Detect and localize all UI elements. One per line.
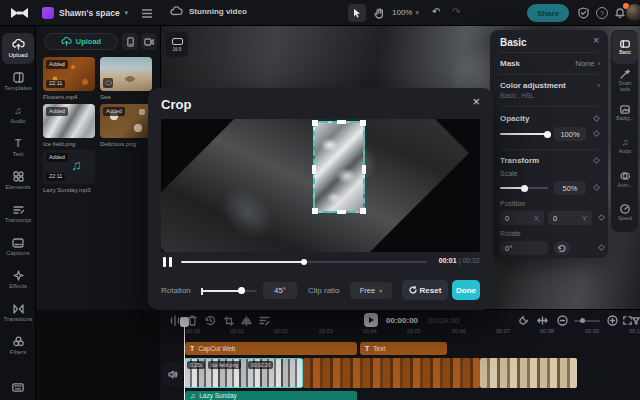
help-button[interactable]: ? bbox=[596, 7, 608, 19]
user-avatar[interactable] bbox=[626, 4, 640, 21]
crop-handle-top-left[interactable] bbox=[312, 120, 318, 126]
crop-handle-left[interactable] bbox=[312, 165, 316, 174]
zoom-level-dropdown[interactable]: 100% ▾ bbox=[392, 8, 419, 17]
crop-button[interactable] bbox=[222, 314, 235, 327]
crop-playback-slider[interactable] bbox=[181, 258, 427, 266]
opacity-keyframe-icon[interactable] bbox=[593, 115, 600, 122]
sidebar-item-transcript[interactable]: Transcript bbox=[0, 197, 36, 230]
mirror-button[interactable] bbox=[240, 314, 253, 327]
phone-transfer-button[interactable] bbox=[122, 33, 138, 50]
crop-preview-stage[interactable] bbox=[161, 119, 480, 252]
hand-tool-button[interactable] bbox=[370, 4, 388, 22]
reverse-button[interactable] bbox=[204, 314, 217, 327]
music-note-icon: ♫ bbox=[71, 157, 82, 173]
opacity-value-box[interactable]: 100% bbox=[554, 127, 586, 141]
sidebar-item-effects[interactable]: Effects bbox=[0, 263, 36, 296]
upload-button-label: Upload bbox=[76, 37, 101, 46]
scale-slider[interactable] bbox=[500, 185, 548, 192]
close-icon[interactable]: × bbox=[593, 35, 599, 46]
opacity-value-keyframe-icon[interactable] bbox=[593, 130, 600, 137]
tab-background[interactable]: Backg... bbox=[612, 97, 638, 130]
crop-handle-top[interactable] bbox=[337, 120, 346, 124]
position-keyframe-icon[interactable] bbox=[598, 214, 605, 221]
share-button[interactable]: Share bbox=[527, 4, 569, 22]
crop-handle-right[interactable] bbox=[362, 165, 366, 174]
done-button[interactable]: Done bbox=[452, 280, 480, 300]
opacity-slider[interactable] bbox=[500, 131, 548, 138]
scale-value-box[interactable]: 50% bbox=[554, 181, 586, 195]
shortcuts-icon[interactable] bbox=[12, 383, 24, 392]
reset-button[interactable]: Reset bbox=[402, 280, 448, 300]
media-item-lazy-sunday[interactable]: ♫ Added 22:11 bbox=[43, 150, 95, 184]
rotation-slider[interactable] bbox=[201, 287, 257, 295]
mask-row[interactable]: Mask None › bbox=[500, 59, 600, 68]
crop-handle-bottom[interactable] bbox=[337, 210, 346, 214]
sidebar-item-audio[interactable]: ♫ Audio bbox=[0, 98, 36, 131]
rotation-value-box[interactable]: 45° bbox=[263, 282, 297, 299]
shield-check-icon[interactable] bbox=[578, 7, 589, 19]
nav-sidebar: Upload Templates ♫ Audio T Text Elements… bbox=[0, 26, 36, 400]
redo-icon[interactable]: ↷ bbox=[452, 6, 460, 17]
snap-toggle-button[interactable] bbox=[516, 314, 529, 327]
timeline-play-button[interactable] bbox=[364, 313, 378, 327]
media-item-delicious[interactable]: Added bbox=[100, 104, 152, 138]
capcut-logo[interactable] bbox=[10, 7, 29, 19]
crop-handle-bottom-left[interactable] bbox=[312, 208, 318, 214]
sidebar-item-templates[interactable]: Templates bbox=[0, 65, 36, 98]
workspace-switcher[interactable]: Shawn's space ▾ bbox=[42, 7, 128, 19]
playhead[interactable] bbox=[180, 317, 190, 400]
panel-list-icon[interactable] bbox=[142, 9, 152, 18]
sidebar-item-transitions[interactable]: Transitions bbox=[0, 296, 36, 329]
media-item-flowers[interactable]: Added 22:11 bbox=[43, 57, 95, 91]
tab-smart-tools[interactable]: Smart tools bbox=[612, 64, 638, 97]
crop-pause-button[interactable] bbox=[163, 257, 173, 267]
close-icon[interactable]: × bbox=[472, 94, 480, 109]
record-button[interactable] bbox=[141, 33, 157, 50]
sidebar-item-text[interactable]: T Text bbox=[0, 131, 36, 164]
inspector-title: Basic bbox=[500, 37, 527, 48]
position-x-input[interactable]: 0 X bbox=[500, 211, 544, 225]
added-badge: Added bbox=[46, 107, 68, 116]
position-label: Position bbox=[500, 200, 525, 207]
rotate-input[interactable]: 0° bbox=[500, 241, 548, 255]
timeline-options-button[interactable] bbox=[632, 314, 640, 327]
text-clip-text[interactable]: T Text bbox=[360, 342, 447, 355]
sidebar-item-filters[interactable]: Filters bbox=[0, 329, 36, 362]
tab-animation[interactable]: Anim... bbox=[612, 163, 638, 196]
video-clip-flowers[interactable] bbox=[303, 358, 480, 388]
media-upload-button[interactable]: Upload bbox=[44, 33, 118, 50]
text-clip-capcut-web[interactable]: T CapCut Web bbox=[185, 342, 357, 355]
clip-ratio-dropdown[interactable]: Free ▾ bbox=[350, 282, 392, 299]
rotate-90-button[interactable] bbox=[554, 241, 570, 255]
tab-audio[interactable]: ♫ Audio bbox=[612, 130, 638, 163]
tab-speed[interactable]: Speed bbox=[612, 196, 638, 229]
color-adjustment-row[interactable]: Color adjustment › bbox=[500, 81, 600, 90]
crop-selection-box[interactable] bbox=[313, 121, 365, 213]
crop-handle-top-right[interactable] bbox=[360, 120, 366, 126]
position-y-value: 0 bbox=[553, 214, 557, 223]
scale-keyframe-icon[interactable] bbox=[593, 184, 600, 191]
timeline-time-total: 00:09:00 bbox=[428, 316, 459, 325]
position-y-input[interactable]: 0 Y bbox=[548, 211, 592, 225]
tab-basic[interactable]: Basic bbox=[612, 31, 638, 64]
timeline-zoom-slider[interactable] bbox=[574, 319, 600, 323]
link-clips-button[interactable] bbox=[536, 314, 549, 327]
crop-handle-bottom-right[interactable] bbox=[360, 208, 366, 214]
undo-icon[interactable]: ↶ bbox=[432, 6, 440, 17]
rotate-keyframe-icon[interactable] bbox=[598, 244, 605, 251]
video-clip-ice-field[interactable]: 0.25x Ice field.png 00:02:20 bbox=[184, 358, 303, 388]
video-clip-delicious[interactable] bbox=[480, 358, 577, 388]
media-item-sea[interactable] bbox=[100, 57, 152, 91]
zoom-out-button[interactable] bbox=[556, 314, 569, 327]
select-tool-button[interactable] bbox=[348, 4, 366, 22]
color-adjustment-label: Color adjustment bbox=[500, 81, 566, 90]
audio-clip-lazy-sunday[interactable]: ♫ Lazy Sunday bbox=[185, 391, 357, 400]
sidebar-item-elements[interactable]: Elements bbox=[0, 164, 36, 197]
media-item-ice-field[interactable]: Added bbox=[43, 104, 95, 138]
sidebar-item-captions[interactable]: Captions bbox=[0, 230, 36, 263]
transform-keyframe-icon[interactable] bbox=[593, 157, 600, 164]
canvas-ratio-button[interactable]: 16:9 bbox=[166, 32, 188, 57]
sidebar-item-upload[interactable]: Upload bbox=[0, 32, 36, 65]
zoom-in-button[interactable] bbox=[606, 314, 619, 327]
caption-edit-button[interactable] bbox=[258, 314, 271, 327]
